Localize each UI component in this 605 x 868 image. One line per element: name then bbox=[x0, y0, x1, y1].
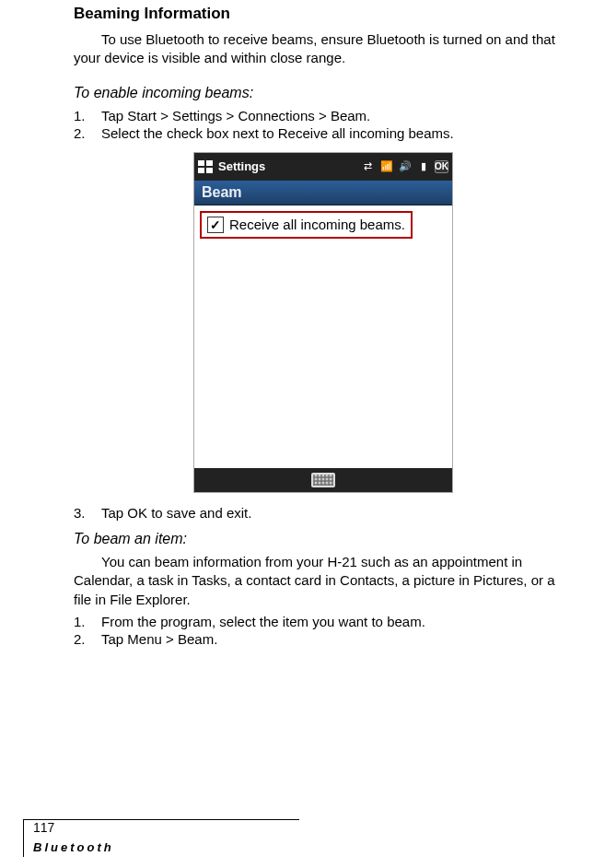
step-number: 2. bbox=[74, 124, 101, 143]
titlebar-status-icons: ⇄ 📶 🔊 ▮ OK bbox=[361, 160, 448, 173]
step-item: 1. From the program, select the item you… bbox=[74, 613, 573, 631]
step-text: Tap OK to save and exit. bbox=[101, 504, 251, 522]
screen-body: ✓ Receive all incoming beams. bbox=[194, 205, 452, 468]
checkbox-icon[interactable]: ✓ bbox=[207, 217, 224, 233]
checkbox-label: Receive all incoming beams. bbox=[229, 217, 405, 232]
titlebar-title: Settings bbox=[218, 159, 265, 173]
steps-list-1a: 1. Tap Start > Settings > Connections > … bbox=[74, 107, 573, 143]
screen-subtitle: Beam bbox=[194, 181, 452, 205]
step-item: 1. Tap Start > Settings > Connections > … bbox=[74, 107, 573, 125]
titlebar-left: Settings bbox=[198, 159, 357, 173]
connectivity-icon[interactable]: ⇄ bbox=[361, 160, 375, 173]
start-icon[interactable] bbox=[198, 160, 213, 173]
intro-paragraph: To use Bluetooth to receive beams, ensur… bbox=[74, 30, 573, 68]
subsection-title-beam: To beam an item: bbox=[74, 531, 573, 547]
step-number: 3. bbox=[74, 504, 101, 522]
subsection-title-enable: To enable incoming beams: bbox=[74, 85, 573, 101]
step-text: From the program, select the item you wa… bbox=[101, 613, 425, 631]
step-text: Tap Start > Settings > Connections > Bea… bbox=[101, 107, 370, 125]
device-screenshot: Settings ⇄ 📶 🔊 ▮ OK Beam ✓ Receive all i… bbox=[193, 152, 453, 493]
step-item: 3. Tap OK to save and exit. bbox=[74, 504, 573, 522]
phone-icon[interactable]: 📶 bbox=[379, 160, 393, 173]
page-number: 117 bbox=[33, 820, 299, 835]
ok-button[interactable]: OK bbox=[435, 160, 448, 173]
volume-icon[interactable]: 🔊 bbox=[398, 160, 412, 173]
step-number: 1. bbox=[74, 613, 101, 631]
footer-inner: 117 Bluetooth bbox=[23, 820, 299, 857]
step-item: 2. Select the check box next to Receive … bbox=[74, 124, 573, 143]
step-text: Select the check box next to Receive all… bbox=[101, 124, 454, 143]
chapter-name: Bluetooth bbox=[33, 840, 114, 854]
titlebar: Settings ⇄ 📶 🔊 ▮ OK bbox=[194, 153, 452, 181]
bottom-bar bbox=[194, 468, 452, 492]
step-number: 1. bbox=[74, 107, 101, 125]
steps-list-1b: 3. Tap OK to save and exit. bbox=[74, 504, 573, 522]
page-content: Beaming Information To use Bluetooth to … bbox=[23, 5, 582, 649]
step-item: 2. Tap Menu > Beam. bbox=[74, 630, 573, 649]
step-text: Tap Menu > Beam. bbox=[101, 630, 217, 649]
receive-beams-option[interactable]: ✓ Receive all incoming beams. bbox=[200, 211, 413, 239]
step-number: 2. bbox=[74, 630, 101, 649]
page-footer: 117 Bluetooth bbox=[23, 819, 299, 857]
keyboard-icon[interactable] bbox=[311, 473, 335, 487]
steps-list-2: 1. From the program, select the item you… bbox=[74, 613, 573, 649]
section-heading: Beaming Information bbox=[74, 5, 573, 23]
battery-icon[interactable]: ▮ bbox=[416, 160, 430, 173]
beam-paragraph: You can beam information from your H-21 … bbox=[74, 553, 573, 609]
